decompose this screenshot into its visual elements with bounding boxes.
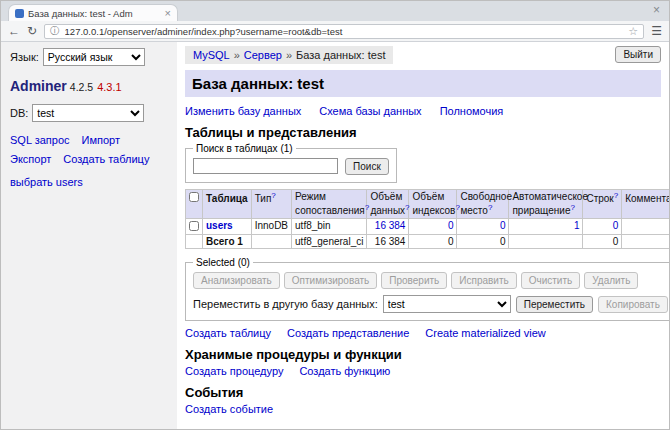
column-header-table[interactable]: Таблица <box>206 193 248 204</box>
table-row-users: users InnoDB utf8_bin 16 384 0 0 1 0 <box>186 219 670 235</box>
header-help-sup[interactable]: ? <box>488 203 492 212</box>
adminer-new-version-link[interactable]: 4.3.1 <box>97 81 121 93</box>
total-data-length: 16 384 <box>367 235 409 249</box>
search-button[interactable]: Поиск <box>345 158 389 175</box>
page-title: База данных: test <box>185 70 661 97</box>
column-header-index-length[interactable]: Объём индексов <box>412 191 455 216</box>
header-help-sup[interactable]: ? <box>614 191 618 200</box>
browser-window: База данных: test - Adm × × ← ↻ ⓘ 127.0.… <box>0 0 670 430</box>
events-heading: События <box>185 385 661 400</box>
column-header-engine[interactable]: Тип <box>255 193 272 204</box>
column-header-auto-increment[interactable]: Автоматическое приращение <box>512 191 588 216</box>
search-fieldset: Поиск в таблицах (1) Поиск <box>185 143 397 183</box>
db-label: DB: <box>10 107 28 119</box>
page-info-icon[interactable]: ⓘ <box>50 26 60 36</box>
window-close-icon[interactable]: × <box>653 4 660 16</box>
adminer-logo: Adminer4.2.54.3.1 <box>10 78 168 94</box>
breadcrumb-mysql-link[interactable]: MySQL <box>193 49 230 61</box>
select-users-link[interactable]: выбрать users <box>10 176 83 188</box>
alter-database-link[interactable]: Изменить базу данных <box>185 105 301 117</box>
header-help-sup[interactable]: ? <box>405 203 409 212</box>
page: Язык: Русский язык Adminer4.2.54.3.1 DB:… <box>1 42 669 430</box>
repair-button[interactable]: Исправить <box>451 272 516 289</box>
check-button[interactable]: Проверить <box>381 272 447 289</box>
total-engine <box>251 235 291 249</box>
address-bar[interactable]: ⓘ 127.0.0.1/openserver/adminer/index.php… <box>44 24 644 39</box>
adminer-logo-link[interactable]: Adminer <box>10 78 67 94</box>
users-data-free-link[interactable]: 0 <box>500 220 506 231</box>
total-comment <box>622 235 669 249</box>
row-users-checkbox[interactable] <box>189 221 199 231</box>
language-label: Язык: <box>10 51 39 63</box>
users-rows-link[interactable]: 0 <box>613 220 619 231</box>
main-content: MySQL»Сервер»База данных: test Выйти Баз… <box>177 42 669 430</box>
users-engine: InnoDB <box>251 219 291 235</box>
breadcrumb-current: База данных: test <box>296 49 385 61</box>
total-auto-increment <box>509 235 583 249</box>
column-header-data-length[interactable]: Объём данных <box>370 191 405 216</box>
create-materialized-view-link[interactable]: Create materialized view <box>425 327 545 339</box>
header-help-sup[interactable]: ? <box>570 203 574 212</box>
reload-icon[interactable]: ↻ <box>27 25 37 37</box>
users-auto-increment-link[interactable]: 1 <box>574 220 580 231</box>
create-table-link[interactable]: Создать таблицу <box>185 327 271 339</box>
breadcrumb-separator: » <box>234 49 240 61</box>
back-icon[interactable]: ← <box>8 25 20 37</box>
db-select[interactable]: test <box>32 104 144 122</box>
privileges-link[interactable]: Полномочия <box>440 105 504 117</box>
breadcrumb-separator: » <box>286 49 292 61</box>
users-collation: utf8_bin <box>292 219 367 235</box>
routines-heading: Хранимые процедуры и функции <box>185 347 661 362</box>
export-link[interactable]: Экспорт <box>10 153 51 165</box>
column-header-data-free[interactable]: Свободное место <box>460 191 512 216</box>
search-legend: Поиск в таблицах (1) <box>193 143 296 154</box>
browser-tab[interactable]: База данных: test - Adm × <box>8 4 178 21</box>
column-header-collation[interactable]: Режим сопоставления <box>295 191 365 216</box>
total-collation: utf8_general_ci <box>292 235 367 249</box>
url-text: 127.0.0.1/openserver/adminer/index.php?u… <box>65 26 624 37</box>
adminer-version: 4.2.5 <box>70 81 93 93</box>
create-function-link[interactable]: Создать функцию <box>299 365 390 377</box>
column-header-rows[interactable]: Строк <box>586 193 613 204</box>
bookmark-star-icon[interactable]: ☆ <box>628 26 638 37</box>
browser-menu-icon[interactable]: ☰ <box>651 25 662 37</box>
select-all-checkbox[interactable] <box>189 192 199 202</box>
total-label: Всего 1 <box>203 235 252 249</box>
truncate-button[interactable]: Очистить <box>521 272 581 289</box>
users-data-length-link[interactable]: 16 384 <box>375 220 406 231</box>
database-schema-link[interactable]: Схема базы данных <box>319 105 421 117</box>
move-to-database-label: Переместить в другую базу данных: <box>193 298 378 310</box>
tab-close-icon[interactable]: × <box>165 8 171 19</box>
table-header-row: Таблица Тип? Режим сопоставления? Объём … <box>186 190 670 219</box>
search-input[interactable] <box>193 158 338 174</box>
header-help-sup[interactable]: ? <box>455 203 459 212</box>
logout-button[interactable]: Выйти <box>615 46 661 63</box>
tables-list-table: Таблица Тип? Режим сопоставления? Объём … <box>185 189 669 249</box>
adminer-favicon-icon <box>15 9 24 18</box>
selected-fieldset: Selected (0) Анализировать Оптимизироват… <box>185 257 669 321</box>
sidebar-create-table-link[interactable]: Создать таблицу <box>63 153 149 165</box>
header-help-sup[interactable]: ? <box>271 191 275 200</box>
table-row-total: Всего 1 utf8_general_ci 16 384 0 0 0 <box>186 235 670 249</box>
total-index-length: 0 <box>409 235 457 249</box>
create-view-link[interactable]: Создать представление <box>287 327 409 339</box>
create-procedure-link[interactable]: Создать процедуру <box>185 365 283 377</box>
create-event-link[interactable]: Создать событие <box>185 403 273 415</box>
column-header-comment[interactable]: Комментарий <box>625 193 669 204</box>
language-select[interactable]: Русский язык <box>43 48 145 66</box>
total-data-free: 0 <box>457 235 509 249</box>
optimize-button[interactable]: Оптимизировать <box>284 272 377 289</box>
header-help-sup[interactable]: ? <box>365 203 369 212</box>
sql-query-link[interactable]: SQL запрос <box>10 134 70 146</box>
users-comment <box>622 219 669 235</box>
breadcrumb-server-link[interactable]: Сервер <box>244 49 282 61</box>
selected-legend: Selected (0) <box>193 257 253 268</box>
move-db-select[interactable]: test <box>383 295 511 313</box>
drop-button[interactable]: Удалить <box>584 272 638 289</box>
analyze-button[interactable]: Анализировать <box>193 272 280 289</box>
users-index-length-link[interactable]: 0 <box>448 220 454 231</box>
copy-button[interactable]: Копировать <box>598 296 668 313</box>
import-link[interactable]: Импорт <box>82 134 120 146</box>
users-table-link[interactable]: users <box>206 220 233 231</box>
move-button[interactable]: Переместить <box>516 296 593 313</box>
